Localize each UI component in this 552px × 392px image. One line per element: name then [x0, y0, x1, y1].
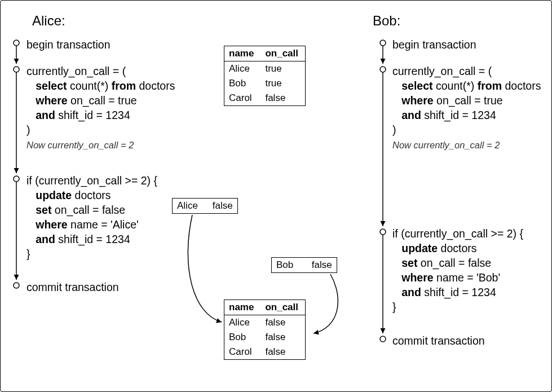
cell: true [260, 76, 305, 91]
text: ) [27, 124, 30, 136]
svg-point-4 [14, 176, 19, 182]
text: doctors [136, 80, 175, 92]
bob-title: Bob: [373, 13, 400, 29]
svg-point-2 [14, 67, 19, 72]
final-state-table: name on_call Alicefalse Bobfalse Carolfa… [224, 299, 306, 360]
cell: Alice [177, 200, 210, 212]
kw-and: and [36, 233, 55, 245]
cell: Carol [224, 91, 261, 106]
text: currently_on_call = ( [27, 65, 126, 77]
cell: Carol [224, 345, 261, 360]
text: doctors [502, 80, 541, 92]
svg-point-0 [14, 40, 19, 46]
text: count(*) [433, 80, 478, 92]
bob-query: currently_on_call = ( select count(*) fr… [392, 64, 541, 152]
kw-from: from [478, 80, 502, 92]
table-row: Bobfalse [224, 330, 306, 345]
cell: Alice [224, 315, 261, 331]
alice-comment: Now currently_on_call = 2 [27, 140, 134, 150]
kw-update: update [401, 242, 438, 254]
bob-comment: Now currently_on_call = 2 [392, 140, 500, 150]
table-row: Alicefalse [224, 315, 306, 331]
cell: false [312, 259, 332, 271]
table-row: Alicetrue [224, 61, 306, 77]
kw-set: set [36, 204, 51, 216]
cell: false [260, 330, 305, 345]
alice-query: currently_on_call = ( select count(*) fr… [27, 64, 175, 152]
text: ) [392, 124, 396, 136]
kw-where: where [36, 94, 67, 107]
alice-title: Alice: [32, 13, 65, 29]
bob-if-block: if (currently_on_call >= 2) { update doc… [392, 226, 523, 314]
text: name = 'Bob' [434, 271, 501, 284]
alice-update-row: Alice false [172, 198, 238, 214]
kw-select: select [36, 80, 67, 92]
text: on_call = true [68, 94, 137, 107]
th-name: name [224, 300, 261, 315]
cell: Bob [224, 330, 261, 345]
text: name = 'Alice' [68, 218, 139, 231]
text: } [392, 301, 396, 313]
table-row: Carolfalse [224, 345, 306, 360]
kw-and: and [401, 109, 421, 121]
text: shift_id = 1234 [55, 233, 130, 245]
kw-where: where [36, 218, 67, 231]
cell: Alice [224, 61, 261, 77]
kw-set: set [401, 257, 417, 269]
text: doctors [72, 189, 111, 201]
kw-select: select [401, 80, 432, 92]
kw-where: where [401, 271, 433, 284]
alice-if-block: if (currently_on_call >= 2) { update doc… [27, 173, 157, 261]
cell: false [260, 315, 305, 331]
cell: true [260, 61, 305, 77]
diagram-frame: Alice: Bob: begin transaction currently_… [0, 0, 552, 392]
text: shift_id = 1234 [421, 109, 496, 121]
svg-point-13 [380, 336, 386, 342]
alice-begin: begin transaction [27, 37, 111, 52]
bob-commit: commit transaction [392, 333, 485, 348]
th-oncall: on_call [260, 300, 305, 315]
bob-update-row: Bob false [271, 257, 337, 273]
text: shift_id = 1234 [421, 286, 496, 298]
text: doctors [438, 242, 476, 254]
kw-update: update [36, 189, 72, 201]
kw-and: and [401, 286, 421, 298]
cell: Bob [276, 259, 309, 271]
svg-point-7 [380, 40, 386, 46]
text: on_call = true [434, 94, 503, 107]
alice-commit: commit transaction [27, 280, 119, 294]
text: } [27, 248, 30, 260]
text: if (currently_on_call >= 2) { [27, 174, 157, 187]
table-row: Carolfalse [224, 91, 306, 106]
svg-point-11 [380, 229, 386, 235]
initial-state-table: name on_call Alicetrue Bobtrue Carolfals… [224, 46, 306, 106]
text: on_call = false [417, 257, 491, 269]
bob-begin: begin transaction [392, 37, 476, 52]
kw-where: where [401, 94, 433, 107]
svg-point-6 [14, 283, 19, 288]
kw-from: from [112, 80, 136, 92]
cell: false [260, 91, 305, 106]
text: count(*) [67, 80, 112, 92]
th-oncall: on_call [260, 46, 305, 61]
cell: Bob [224, 76, 261, 91]
text: on_call = false [51, 204, 125, 216]
svg-point-9 [380, 67, 386, 72]
text: currently_on_call = ( [392, 65, 492, 77]
table-row: Bobtrue [224, 76, 306, 91]
text: shift_id = 1234 [55, 109, 130, 121]
text: if (currently_on_call >= 2) { [392, 227, 523, 240]
cell: false [213, 200, 233, 212]
kw-and: and [36, 109, 55, 121]
th-name: name [224, 46, 261, 61]
cell: false [260, 345, 305, 360]
